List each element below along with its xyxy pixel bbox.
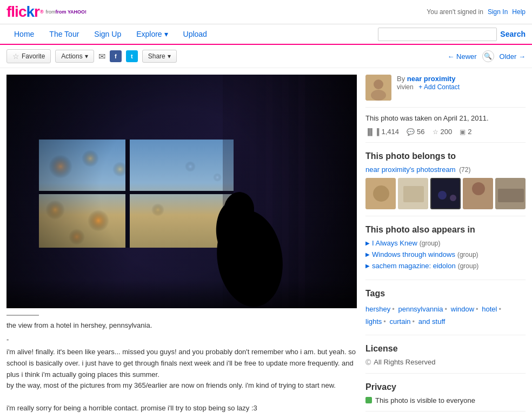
tag-lights[interactable]: lights: [365, 317, 382, 326]
thumbnail-5[interactable]: [495, 178, 526, 209]
twitter-button[interactable]: t: [126, 50, 138, 62]
tags-list: hershey• pennsylvannia• window• hotel• l…: [365, 303, 526, 328]
flickr-logo: flickr: [6, 3, 39, 21]
comments-count: 56: [417, 128, 424, 136]
svg-point-1: [374, 79, 383, 89]
photo-divider: [6, 315, 39, 316]
share-dropdown-icon: ▾: [168, 52, 171, 60]
privacy-indicator: [365, 397, 372, 403]
add-contact-link[interactable]: + Add Contact: [418, 83, 460, 91]
thumbnail-2[interactable]: [398, 178, 428, 209]
dropdown-icon: ▾: [85, 52, 88, 60]
faves-stat: ☆ 200: [433, 128, 453, 136]
thumbnail-1[interactable]: [365, 178, 396, 209]
svg-rect-13: [498, 189, 524, 202]
author-section: By near proximity vivien + Add Contact: [365, 75, 526, 108]
sidebar: By near proximity vivien + Add Contact T…: [365, 75, 526, 418]
photo-wrapper: [6, 75, 357, 308]
tag-pennsylvannia[interactable]: pennsylvannia: [398, 305, 443, 313]
favorite-button[interactable]: ☆ Favorite: [6, 49, 51, 63]
group-label-1: (group): [420, 240, 441, 247]
sets-stat: ▣ 2: [460, 128, 471, 136]
views-icon: ▐▌▐: [365, 128, 380, 136]
photostream-link[interactable]: near proximity's photostream (72): [365, 165, 470, 174]
search-input[interactable]: [378, 28, 497, 41]
group-label-3: (group): [458, 262, 479, 270]
nav-upload[interactable]: Upload: [176, 24, 215, 44]
signed-out-text: You aren't signed in: [427, 8, 483, 16]
group-item-3: ▶ sachem magazine: eidolon (group): [365, 262, 526, 270]
tags-section: Tags hershey• pennsylvannia• window• hot…: [365, 289, 526, 335]
nav-home[interactable]: Home: [6, 24, 42, 44]
actions-button[interactable]: Actions ▾: [55, 50, 94, 63]
group-item-1: ▶ I Always Knew (group): [365, 239, 526, 247]
privacy-section: Privacy This photo is visible to everyon…: [365, 382, 526, 412]
search-area: Search: [378, 28, 526, 41]
views-stat: ▐▌▐ 1,414: [365, 128, 399, 136]
belongs-section: This photo belongs to near proximity's p…: [365, 151, 526, 216]
yahoo-text: from YAHOO!: [56, 9, 87, 15]
newer-button[interactable]: ← Newer: [447, 52, 476, 61]
group-item-2: ▶ Windows through windows (group): [365, 250, 526, 258]
arrow-icon-3: ▶: [365, 263, 370, 269]
svg-point-2: [371, 90, 386, 101]
arrow-icon-2: ▶: [365, 251, 370, 257]
belongs-title: This photo belongs to: [365, 151, 526, 161]
mail-icon[interactable]: ✉: [98, 51, 105, 62]
star-icon: ☆: [12, 52, 19, 61]
toolbar-left: ☆ Favorite Actions ▾ ✉ f t Share ▾: [6, 49, 177, 63]
nav-signup[interactable]: Sign Up: [87, 24, 129, 44]
share-button[interactable]: Share ▾: [142, 50, 177, 63]
license-value: © All Rights Reserved: [365, 358, 526, 367]
appears-section: This photo also appears in ▶ I Always Kn…: [365, 225, 526, 280]
tag-hotel[interactable]: hotel: [482, 305, 497, 313]
by-label: By: [397, 75, 405, 83]
photo-dash: -: [6, 334, 357, 345]
tag-and-stuff[interactable]: and stuff: [418, 317, 445, 326]
older-button[interactable]: Older →: [500, 52, 526, 61]
tag-hershey[interactable]: hershey: [365, 305, 390, 313]
tags-title: Tags: [365, 289, 526, 298]
appears-title: This photo also appears in: [365, 225, 526, 235]
tag-curtain[interactable]: curtain: [390, 317, 411, 326]
zoom-button[interactable]: 🔍: [482, 50, 494, 62]
group-label-2: (group): [457, 251, 478, 258]
top-bar: flickr ® from from YAHOO! You aren't sig…: [0, 0, 532, 24]
photo-description: the view from a hotel in hershey, pennsy…: [6, 320, 357, 418]
author-name[interactable]: near proximity: [407, 75, 456, 83]
yahoo-from: from: [46, 9, 56, 15]
sets-count: 2: [468, 128, 471, 136]
group-link-1[interactable]: I Always Knew: [372, 239, 417, 247]
content-area: the view from a hotel in hershey, pennsy…: [0, 68, 532, 418]
facebook-button[interactable]: f: [110, 50, 122, 62]
thumbnail-3[interactable]: [430, 178, 461, 209]
toolbar-right: ← Newer 🔍 Older →: [447, 50, 526, 62]
group-link-3[interactable]: sachem magazine: eidolon: [372, 262, 456, 270]
svg-point-11: [472, 182, 485, 195]
photo-canvas: [6, 75, 357, 308]
tag-window[interactable]: window: [451, 305, 474, 313]
nav-explore[interactable]: Explore ▾: [129, 24, 175, 44]
search-button[interactable]: Search: [500, 30, 526, 38]
logo-area: flickr ® from from YAHOO!: [6, 3, 87, 21]
sign-in-link[interactable]: Sign In: [488, 8, 508, 16]
views-count: 1,414: [382, 128, 400, 136]
privacy-value: This photo is visible to everyone: [365, 396, 526, 404]
author-avatar: [365, 75, 391, 101]
thumbnail-4[interactable]: [463, 178, 493, 209]
photo-toolbar: ☆ Favorite Actions ▾ ✉ f t Share ▾ ← New…: [0, 45, 532, 68]
svg-point-8: [438, 191, 447, 200]
user-actions: You aren't signed in Sign In Help: [427, 8, 526, 16]
help-link[interactable]: Help: [512, 8, 526, 16]
photo-desc-text: the view from a hotel in hershey, pennsy…: [6, 320, 357, 331]
copyright-icon: ©: [365, 358, 371, 367]
nav-links: Home The Tour Sign Up Explore ▾ Upload: [6, 24, 215, 44]
photostream-count: (72): [459, 166, 470, 174]
nav-tour[interactable]: The Tour: [42, 24, 87, 44]
photo-stats: ▐▌▐ 1,414 💬 56 ☆ 200 ▣ 2: [365, 128, 526, 143]
license-title: License: [365, 344, 526, 354]
arrow-icon-1: ▶: [365, 240, 370, 246]
sets-icon: ▣: [460, 128, 466, 136]
svg-point-9: [450, 195, 456, 201]
group-link-2[interactable]: Windows through windows: [372, 250, 455, 258]
